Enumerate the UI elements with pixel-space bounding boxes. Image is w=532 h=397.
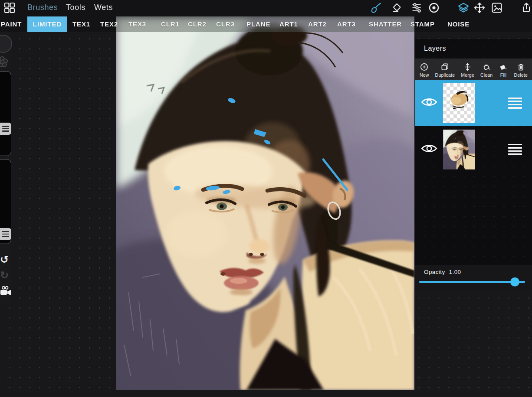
brush-opacity-slider[interactable] [0,159,11,244]
layer-row-2[interactable] [415,126,532,172]
new-layer-label: New [420,72,429,78]
brush-tab-bar: PAINT LIMITED TEX1 TEX2 TEX3 CLR1 CLR2 C… [0,16,532,32]
apps-grid-icon[interactable] [3,2,16,14]
fill-layer-label: Fill [500,72,506,78]
color-ring-icon[interactable] [0,35,12,53]
tab-clr1[interactable]: CLR1 [161,16,180,32]
record-dot-icon[interactable] [428,2,440,14]
opacity-section: Opacity1.00 [415,265,532,291]
new-layer-button[interactable]: New [420,62,429,78]
clean-layer-button[interactable]: Clean [480,62,493,78]
slider-grip[interactable] [0,123,11,135]
layer-visibility-eye-icon[interactable] [421,96,437,110]
redo-button[interactable]: ↻ [0,270,12,281]
tab-limited[interactable]: LIMITED [27,16,67,32]
layer-options-handle[interactable] [508,98,522,109]
portrait-painting [116,17,414,390]
opacity-label: Opacity [424,269,445,275]
tab-art2[interactable]: ART2 [308,16,327,32]
delete-layer-button[interactable]: Delete [514,62,528,78]
tab-stamp[interactable]: STAMP [410,16,435,32]
tab-tex2[interactable]: TEX2 [100,16,118,32]
layer-thumbnail[interactable] [443,83,475,123]
tab-clr2[interactable]: CLR2 [188,16,207,32]
eraser-icon[interactable] [391,2,403,14]
color-wheel-icon[interactable] [0,54,10,70]
fill-layer-button[interactable]: Fill [499,62,508,78]
timelapse-camera-icon[interactable] [0,286,12,299]
layers-icon[interactable] [457,2,470,14]
left-tool-sidebar: ↺ ↻ [0,32,12,303]
layer-thumbnail[interactable] [443,130,475,169]
opacity-slider[interactable] [419,281,525,283]
opacity-value: 1.00 [449,269,461,275]
layer-row-1[interactable] [415,80,532,126]
merge-layer-label: Merge [461,72,474,78]
tab-art1[interactable]: ART1 [279,16,298,32]
layers-panel-title: Layers [424,45,446,52]
tab-paint[interactable]: PAINT [1,16,22,32]
layer-options-handle[interactable] [508,144,522,155]
tab-clr3[interactable]: CLR3 [216,16,235,32]
layer-visibility-eye-icon[interactable] [421,143,437,156]
menu-brushes[interactable]: Brushes [27,3,58,12]
delete-layer-label: Delete [514,72,528,78]
layers-panel: Layers New Duplicate Merge [415,39,532,291]
export-share-icon[interactable] [520,2,532,14]
tab-shatter[interactable]: SHATTER [369,16,402,32]
brush-size-slider[interactable] [0,71,11,156]
tab-art3[interactable]: ART3 [337,16,356,32]
adjust-sliders-icon[interactable] [410,2,423,14]
menu-wets[interactable]: Wets [94,3,113,12]
undo-button[interactable]: ↺ [0,254,12,265]
slider-grip[interactable] [0,228,11,240]
canvas[interactable] [116,17,414,390]
duplicate-layer-button[interactable]: Duplicate [435,62,455,78]
tab-plane[interactable]: PLANE [246,16,270,32]
clean-layer-label: Clean [480,72,493,78]
tab-tex1[interactable]: TEX1 [72,16,90,32]
paint-brush-icon[interactable] [370,2,382,14]
duplicate-layer-label: Duplicate [435,72,455,78]
menu-tools[interactable]: Tools [66,3,85,12]
image-icon[interactable] [491,2,503,14]
opacity-slider-knob[interactable] [510,277,519,286]
layers-toolbar: New Duplicate Merge [415,59,532,81]
app-window: PAINT LIMITED TEX1 TEX2 TEX3 CLR1 CLR2 C… [0,0,532,397]
move-icon[interactable] [473,2,486,14]
top-menu-bar: Brushes Tools Wets [0,0,532,16]
tab-tex3[interactable]: TEX3 [128,16,146,32]
merge-layer-button[interactable]: Merge [461,62,474,78]
tab-noise[interactable]: NOISE [447,16,470,32]
